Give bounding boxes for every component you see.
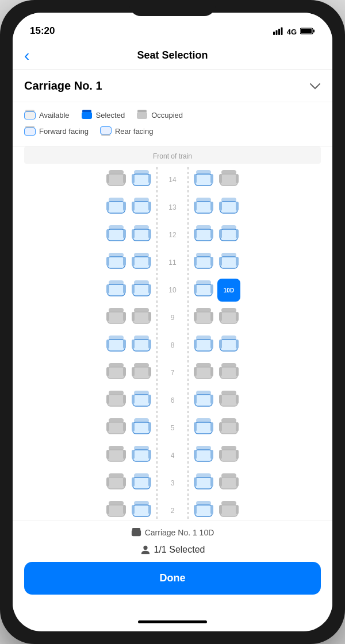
svg-rect-63 — [210, 229, 213, 238]
svg-rect-94 — [194, 284, 197, 294]
seat-cell — [216, 167, 241, 192]
seat-cell[interactable] — [129, 498, 154, 520]
seat-cell[interactable] — [191, 195, 216, 220]
seat-cell[interactable] — [103, 195, 129, 220]
svg-rect-158 — [219, 395, 222, 404]
svg-rect-169 — [195, 422, 212, 434]
legend-occupied: Occupied — [136, 109, 183, 121]
seat-cell[interactable] — [103, 222, 129, 248]
seat-cell[interactable] — [191, 222, 216, 248]
seat-cell[interactable] — [129, 471, 154, 496]
seat-cell[interactable] — [191, 443, 216, 468]
seat-cell[interactable] — [129, 333, 154, 358]
svg-rect-5 — [301, 29, 312, 33]
status-bar: 15:20 4G — [13, 13, 332, 41]
svg-rect-105 — [195, 312, 212, 323]
svg-rect-42 — [132, 202, 135, 211]
chevron-down-icon[interactable] — [309, 79, 321, 92]
aisle-divider-left — [156, 222, 158, 248]
selected-seat[interactable]: 10D — [217, 279, 240, 302]
seat-cell[interactable] — [103, 333, 129, 358]
seat-cell — [103, 498, 129, 520]
legend-selected: Selected — [81, 109, 125, 121]
seat-row: 12 — [18, 221, 327, 249]
svg-rect-222 — [219, 505, 222, 514]
legend-rear: Rear facing — [100, 125, 153, 137]
seat-cell — [103, 360, 129, 385]
seat-cell[interactable] — [129, 222, 154, 248]
svg-rect-43 — [148, 202, 151, 211]
svg-rect-198 — [132, 477, 135, 487]
network-label: 4G — [287, 28, 297, 36]
seat-cell[interactable] — [129, 167, 154, 192]
seat-cell[interactable] — [129, 415, 154, 441]
svg-rect-61 — [195, 229, 212, 241]
svg-rect-98 — [106, 312, 109, 321]
back-button[interactable]: ‹ — [24, 47, 29, 65]
aisle-divider-right — [187, 250, 189, 275]
phone-screen: 15:20 4G ‹ Seat Selection Carriage No. 1 — [13, 13, 332, 631]
seat-cell[interactable]: 10D — [216, 277, 241, 303]
svg-rect-189 — [220, 450, 237, 461]
done-button[interactable]: Done — [24, 562, 321, 595]
seat-cell[interactable] — [129, 195, 154, 220]
seat-cell[interactable] — [191, 415, 216, 441]
svg-rect-62 — [194, 229, 197, 238]
svg-rect-81 — [220, 257, 237, 268]
seat-cell[interactable] — [191, 388, 216, 413]
svg-rect-174 — [219, 422, 222, 431]
seat-cell[interactable] — [103, 250, 129, 275]
seat-cell[interactable] — [191, 167, 216, 192]
aisle-divider-right — [187, 388, 189, 413]
svg-rect-74 — [132, 257, 135, 266]
seat-cell[interactable] — [191, 333, 216, 358]
aisle-divider-right — [187, 277, 189, 303]
seat-cell[interactable] — [191, 277, 216, 303]
svg-rect-71 — [123, 257, 126, 266]
svg-rect-13 — [137, 112, 147, 119]
seat-cell — [129, 305, 154, 330]
seat-cell[interactable] — [129, 277, 154, 303]
seat-cell[interactable] — [129, 250, 154, 275]
aisle-divider-right — [187, 443, 189, 468]
seat-cell[interactable] — [216, 222, 241, 248]
seat-cell[interactable] — [216, 195, 241, 220]
seat-cell[interactable] — [129, 388, 154, 413]
seat-cell[interactable] — [216, 250, 241, 275]
seat-cell — [216, 415, 241, 441]
seat-map: Front of train 14 — [13, 146, 332, 520]
svg-rect-139 — [210, 367, 213, 376]
legend-rear-label: Rear facing — [115, 127, 153, 136]
svg-rect-147 — [123, 395, 126, 404]
svg-rect-41 — [133, 202, 150, 213]
seat-row: 3 — [18, 469, 327, 497]
seat-cell[interactable] — [191, 498, 216, 520]
aisle-divider-left — [156, 443, 158, 468]
seat-cell[interactable] — [129, 443, 154, 468]
seat-rows: 14 13 — [18, 166, 327, 520]
seat-cell[interactable] — [216, 333, 241, 358]
legend-occupied-label: Occupied — [151, 111, 183, 119]
svg-rect-30 — [194, 174, 197, 183]
aisle-divider-left — [156, 167, 158, 192]
row-number: 3 — [160, 471, 185, 496]
legend-row-1: Available Selected Occupied — [24, 109, 321, 121]
svg-rect-209 — [108, 505, 125, 516]
svg-rect-117 — [133, 340, 150, 351]
svg-rect-122 — [194, 340, 197, 349]
svg-rect-157 — [220, 395, 237, 406]
legend-row-2: Forward facing Rear facing — [24, 125, 321, 137]
svg-rect-47 — [210, 202, 213, 211]
svg-rect-203 — [210, 477, 213, 487]
carriage-header[interactable]: Carriage No. 1 — [13, 70, 332, 102]
seat-row: 2 — [18, 497, 327, 520]
svg-rect-178 — [106, 450, 109, 459]
svg-rect-0 — [273, 32, 275, 35]
svg-rect-93 — [195, 284, 212, 296]
aisle-divider-left — [156, 498, 158, 520]
seat-cell[interactable] — [191, 471, 216, 496]
seat-cell[interactable] — [103, 277, 129, 303]
seat-cell[interactable] — [191, 250, 216, 275]
svg-rect-165 — [133, 422, 150, 434]
svg-rect-83 — [236, 257, 239, 266]
